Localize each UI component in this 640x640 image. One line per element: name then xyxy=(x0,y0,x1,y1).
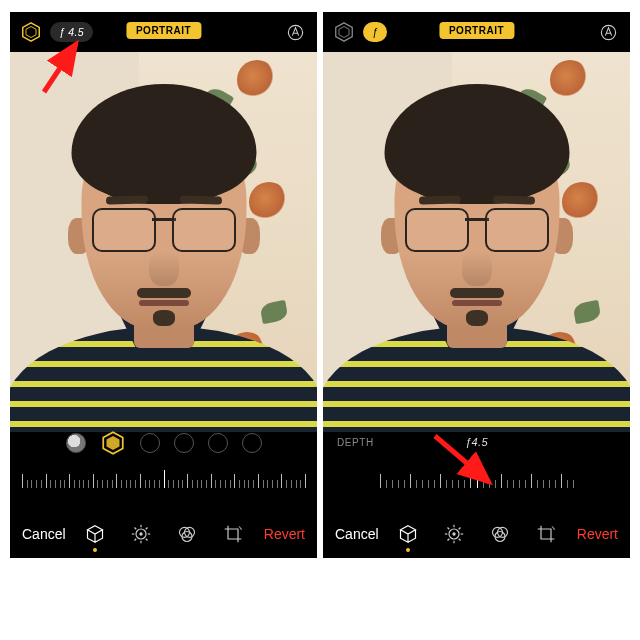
revert-button[interactable]: Revert xyxy=(252,526,317,542)
svg-line-29 xyxy=(447,539,449,541)
active-indicator-dot xyxy=(93,548,97,552)
crop-rotate-icon[interactable] xyxy=(536,524,556,544)
depth-label: DEPTH xyxy=(337,437,374,448)
depth-slider[interactable] xyxy=(335,466,618,496)
svg-line-30 xyxy=(458,528,460,530)
svg-marker-20 xyxy=(339,27,349,38)
top-bar: ƒ PORTRAIT xyxy=(323,12,630,52)
lighting-style-option[interactable] xyxy=(174,433,194,453)
cancel-button[interactable]: Cancel xyxy=(10,526,78,542)
portrait-cube-icon[interactable] xyxy=(398,524,418,544)
adjust-dial-icon[interactable] xyxy=(444,524,464,544)
mode-badge[interactable]: PORTRAIT xyxy=(439,22,514,39)
photo-preview xyxy=(323,52,630,432)
lighting-style-natural[interactable] xyxy=(66,433,86,453)
portrait-cube-icon[interactable] xyxy=(85,524,105,544)
lighting-hexagon-icon[interactable] xyxy=(333,21,355,43)
filters-icon[interactable] xyxy=(177,524,197,544)
svg-line-12 xyxy=(134,539,136,541)
lighting-styles-row[interactable] xyxy=(10,426,317,460)
svg-marker-1 xyxy=(26,27,36,38)
svg-line-28 xyxy=(458,539,460,541)
bottom-bar: Cancel Revert xyxy=(10,510,317,558)
top-bar: ƒ 4.5 PORTRAIT xyxy=(10,12,317,52)
svg-marker-19 xyxy=(336,23,353,41)
tool-icons xyxy=(85,524,243,544)
aperture-pill[interactable]: ƒ xyxy=(363,22,387,42)
lighting-style-option[interactable] xyxy=(140,433,160,453)
aperture-pill[interactable]: ƒ 4.5 xyxy=(50,22,93,42)
lighting-hexagon-icon[interactable] xyxy=(20,21,42,43)
photo-preview xyxy=(10,52,317,432)
svg-line-10 xyxy=(134,528,136,530)
crop-rotate-icon[interactable] xyxy=(223,524,243,544)
mode-badge[interactable]: PORTRAIT xyxy=(126,22,201,39)
depth-row: DEPTH ƒ4.5 xyxy=(323,432,630,452)
markup-icon[interactable] xyxy=(286,23,305,42)
svg-marker-0 xyxy=(23,23,40,41)
active-indicator-dot xyxy=(406,548,410,552)
depth-value: ƒ4.5 xyxy=(465,436,488,448)
bottom-bar: Cancel Revert xyxy=(323,510,630,558)
svg-line-27 xyxy=(447,528,449,530)
svg-point-31 xyxy=(452,532,455,535)
svg-line-13 xyxy=(145,528,147,530)
screenshot-left: ƒ 4.5 PORTRAIT xyxy=(10,12,317,558)
lighting-style-selected[interactable] xyxy=(100,430,126,456)
markup-icon[interactable] xyxy=(599,23,618,42)
filters-icon[interactable] xyxy=(490,524,510,544)
lighting-style-option[interactable] xyxy=(242,433,262,453)
intensity-slider[interactable] xyxy=(22,466,305,496)
svg-line-11 xyxy=(145,539,147,541)
svg-point-14 xyxy=(139,532,142,535)
lighting-style-option[interactable] xyxy=(208,433,228,453)
subject-glasses xyxy=(92,208,236,250)
adjust-dial-icon[interactable] xyxy=(131,524,151,544)
cancel-button[interactable]: Cancel xyxy=(323,526,391,542)
tool-icons xyxy=(398,524,556,544)
subject-glasses xyxy=(405,208,549,250)
screenshot-right: ƒ PORTRAIT xyxy=(323,12,630,558)
svg-marker-4 xyxy=(106,436,119,450)
revert-button[interactable]: Revert xyxy=(565,526,630,542)
comparison-stage: ƒ 4.5 PORTRAIT xyxy=(0,0,640,640)
